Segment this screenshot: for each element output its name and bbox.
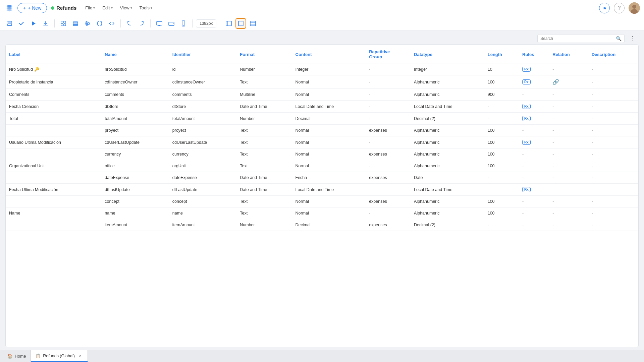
cell-length: 100 bbox=[484, 136, 519, 148]
app-logo[interactable] bbox=[4, 3, 15, 13]
cell-content: Normal bbox=[292, 196, 366, 207]
code-button[interactable] bbox=[106, 18, 117, 29]
cell-length: 100 bbox=[484, 160, 519, 172]
check-button[interactable] bbox=[16, 18, 27, 29]
brace-button[interactable] bbox=[94, 18, 105, 29]
cell-rep_group: - bbox=[366, 101, 411, 113]
cell-description: - bbox=[588, 196, 638, 207]
cell-label: Total bbox=[6, 113, 101, 125]
px-display: 1382px bbox=[196, 19, 216, 27]
cell-content: Normal bbox=[292, 160, 366, 172]
relation-link-icon[interactable]: 🔗 bbox=[552, 79, 559, 85]
chevron-down-icon: ▾ bbox=[111, 6, 113, 10]
tab-home[interactable]: 🏠 Home bbox=[3, 350, 31, 362]
dash-value: - bbox=[552, 116, 554, 121]
cell-description: - bbox=[588, 148, 638, 160]
cell-description: - bbox=[588, 219, 638, 231]
rx-badge[interactable]: Rx bbox=[522, 187, 531, 192]
desktop-button[interactable] bbox=[154, 18, 165, 29]
redo-button[interactable] bbox=[136, 18, 147, 29]
more-options-button[interactable]: ⋮ bbox=[627, 34, 637, 43]
rx-badge[interactable]: Rx bbox=[522, 67, 531, 72]
tablet-landscape-button[interactable] bbox=[166, 18, 177, 29]
dash-value: - bbox=[522, 211, 524, 216]
layers-button[interactable] bbox=[70, 18, 81, 29]
cell-rules: Rx bbox=[519, 75, 549, 89]
svg-point-18 bbox=[173, 23, 174, 24]
dash-value: - bbox=[488, 116, 489, 121]
dash-value: - bbox=[592, 128, 593, 133]
cell-name: dtLastUpdate bbox=[101, 184, 169, 196]
edit-menu[interactable]: Edit ▾ bbox=[99, 4, 116, 12]
rx-badge[interactable]: Rx bbox=[522, 140, 531, 145]
cell-relation: - bbox=[549, 125, 588, 136]
dash-value: - bbox=[522, 164, 524, 168]
cell-label bbox=[6, 148, 101, 160]
search-icon[interactable]: 🔍 bbox=[616, 36, 622, 41]
table-row: Usuario Ultima ModificacióncdUserLastUpd… bbox=[6, 136, 638, 148]
dash-value: - bbox=[592, 187, 593, 192]
dash-value: - bbox=[522, 223, 524, 227]
cell-rules: - bbox=[519, 207, 549, 219]
view-menu[interactable]: View ▾ bbox=[117, 4, 136, 12]
dash-value: - bbox=[552, 164, 554, 168]
col-description: Description bbox=[588, 45, 638, 63]
cell-rules: Rx bbox=[519, 101, 549, 113]
cell-label bbox=[6, 125, 101, 136]
dash-value: - bbox=[488, 175, 489, 180]
undo-button[interactable] bbox=[124, 18, 135, 29]
cell-identifier: totalAmount bbox=[169, 113, 236, 125]
rx-badge[interactable]: Rx bbox=[522, 116, 531, 121]
cell-description: - bbox=[588, 184, 638, 196]
tab-refunds[interactable]: 📋 Refunds (Global) ✕ bbox=[31, 350, 88, 362]
cell-rules: - bbox=[519, 172, 549, 184]
tools-menu[interactable]: Tools ▾ bbox=[136, 4, 156, 12]
avatar[interactable] bbox=[629, 2, 640, 14]
mobile-button[interactable] bbox=[178, 18, 189, 29]
cell-content: Normal bbox=[292, 136, 366, 148]
adjust-button[interactable] bbox=[82, 18, 93, 29]
dash-value: - bbox=[522, 199, 524, 204]
cell-length: 100 bbox=[484, 196, 519, 207]
table-row: Propietario de InstanciacdInstanceOwnerc… bbox=[6, 75, 638, 89]
cell-identifier: dtStore bbox=[169, 101, 236, 113]
col-datatype: Datatype bbox=[411, 45, 484, 63]
save-button[interactable] bbox=[4, 18, 15, 29]
cell-relation: - bbox=[549, 136, 588, 148]
cell-identifier: proyect bbox=[169, 125, 236, 136]
search-box: 🔍 bbox=[537, 34, 625, 43]
search-input[interactable] bbox=[540, 36, 614, 41]
cell-identifier: id bbox=[169, 63, 236, 75]
cell-identifier: itemAmount bbox=[169, 219, 236, 231]
cell-datatype: Alphanumeric bbox=[411, 160, 484, 172]
app-name-display: Refunds bbox=[51, 5, 76, 11]
ia-button[interactable]: IA bbox=[599, 3, 610, 13]
panel-split-button[interactable] bbox=[223, 18, 234, 29]
cell-label bbox=[6, 172, 101, 184]
dash-value: - bbox=[369, 92, 370, 97]
new-label: + New bbox=[28, 5, 41, 11]
tab-refunds-label: Refunds (Global) bbox=[43, 354, 75, 358]
panel-full-button[interactable] bbox=[235, 18, 246, 29]
run-button[interactable] bbox=[28, 18, 39, 29]
cell-label: Comments bbox=[6, 89, 101, 101]
table-row: itemAmountitemAmountNumberDecimalexpense… bbox=[6, 219, 638, 231]
help-button[interactable]: ? bbox=[614, 3, 625, 13]
new-button[interactable]: + + New bbox=[17, 3, 47, 13]
cell-rep_group: - bbox=[366, 63, 411, 75]
dash-value: - bbox=[369, 211, 370, 216]
dash-value: - bbox=[522, 128, 524, 133]
grid-button[interactable] bbox=[58, 18, 69, 29]
file-menu[interactable]: File ▾ bbox=[82, 4, 98, 12]
panel-lines-button[interactable] bbox=[248, 18, 258, 29]
svg-rect-5 bbox=[8, 24, 11, 25]
cell-rules: Rx bbox=[519, 63, 549, 75]
cell-rep_group: - bbox=[366, 207, 411, 219]
tab-close-button[interactable]: ✕ bbox=[77, 353, 83, 359]
svg-point-13 bbox=[86, 21, 87, 23]
export-button[interactable] bbox=[40, 18, 51, 29]
cell-name: proyect bbox=[101, 125, 169, 136]
rx-badge[interactable]: Rx bbox=[522, 79, 531, 84]
rx-badge[interactable]: Rx bbox=[522, 104, 531, 109]
svg-rect-11 bbox=[73, 23, 78, 24]
